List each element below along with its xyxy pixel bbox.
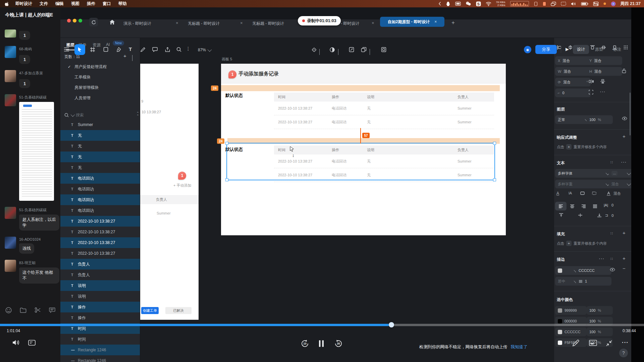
chevron-down-icon[interactable] (338, 49, 338, 55)
vertical-align-bottom-icon[interactable] (597, 213, 602, 217)
stroke-weight-field[interactable]: 1 (576, 277, 611, 286)
collapse-pages-icon[interactable] (132, 55, 132, 61)
recording-pill[interactable]: 录制中01:01:03 (298, 16, 341, 25)
avatar[interactable] (5, 94, 16, 106)
wechat-icon[interactable] (466, 1, 471, 6)
danmaku-toggle-icon[interactable] (28, 340, 36, 346)
emoji-icon[interactable] (5, 307, 12, 313)
layer-row[interactable]: — Rectangle 1246 (60, 345, 140, 355)
chevron-down-icon[interactable] (370, 49, 370, 55)
font-size-select[interactable]: 混合 (609, 180, 633, 188)
menu-app-name[interactable]: 即时设计 (15, 1, 32, 7)
y-position-field[interactable]: Y混合 (587, 56, 622, 65)
move-tool-button[interactable] (74, 44, 85, 55)
siri-icon[interactable] (611, 1, 616, 6)
qq-icon[interactable] (446, 1, 450, 6)
component-icon[interactable] (311, 47, 317, 53)
screen-mirroring-icon[interactable] (551, 2, 556, 6)
create-ticket-button[interactable]: 创建工单 (141, 307, 159, 314)
layer-row[interactable]: T 操作 (60, 312, 140, 323)
folder-icon[interactable] (20, 307, 26, 313)
exit-fullscreen-icon[interactable] (606, 340, 612, 347)
main-menu-icon[interactable] (64, 47, 69, 52)
text-tool-button[interactable]: T (129, 46, 132, 52)
rewind-10-button[interactable]: 10 (301, 339, 309, 348)
plus-icon[interactable]: + (566, 241, 572, 246)
tab-close-4[interactable]: × (372, 20, 374, 25)
tab-label-1[interactable]: 演示 - 即时设计 (123, 21, 151, 26)
layer-row[interactable]: T 无 (60, 152, 140, 162)
avatar[interactable] (5, 260, 16, 272)
window-close-button[interactable] (67, 19, 71, 22)
layer-row[interactable]: T 2022-10-10 13:38:27 (60, 227, 140, 237)
letter-spacing-icon[interactable]: ǀA (569, 191, 572, 195)
instance-icon[interactable] (361, 47, 367, 52)
text-box-alt-icon[interactable] (592, 191, 596, 195)
tab-close-2[interactable]: × (240, 20, 243, 25)
vertical-align-top-icon[interactable] (559, 213, 564, 217)
page-row[interactable]: ✓ 房屋管理模块 (60, 82, 140, 93)
layers-search[interactable]: 搜索 ⌃⌃ (60, 110, 140, 120)
layer-row[interactable]: T 2022-10-10 13:38:27 (60, 237, 140, 248)
annotate-pencil-icon[interactable] (572, 339, 580, 347)
annotation-number-badge[interactable]: 1 (228, 70, 236, 78)
rotation-field[interactable]: ⟳混合° (555, 78, 591, 86)
stroke-more-icon[interactable]: ··· (599, 257, 605, 261)
tab-label-2[interactable]: 无标题 - 即时设计 (188, 21, 220, 26)
refresh-button[interactable] (89, 18, 98, 26)
stroke-hex-field[interactable]: CCCCCC (576, 266, 611, 275)
color-hex-field[interactable]: F5F5F5 (555, 338, 587, 347)
menu-window[interactable]: 窗口 (103, 1, 111, 7)
color-opacity-field[interactable]: 100 % (587, 327, 613, 336)
layer-row[interactable]: T 负责人 (60, 269, 140, 280)
avatar[interactable] (5, 207, 16, 219)
layer-row[interactable]: T 电话回访 (60, 205, 140, 216)
independent-corners-icon[interactable] (589, 90, 593, 95)
layer-row[interactable]: T 说明 (60, 291, 140, 302)
stroke-visibility-eye-icon[interactable] (610, 268, 615, 272)
layer-row[interactable]: T 无 (60, 130, 140, 141)
home-icon[interactable] (109, 19, 115, 25)
layer-row[interactable]: T 电话回访 (60, 173, 140, 184)
mode-tab-prototype[interactable]: 原型 (591, 45, 607, 54)
display-icon[interactable] (455, 2, 461, 6)
s-app-icon[interactable]: S (476, 1, 481, 6)
lock-ratio-icon[interactable] (622, 68, 626, 73)
collapse-all-icon[interactable]: ⌃⌃ (137, 112, 139, 117)
window-minimize-button[interactable] (73, 19, 76, 22)
color-opacity-field[interactable]: 100 % (587, 306, 613, 315)
font-weight-select[interactable]: 多种字重 (555, 180, 611, 188)
apple-logo-icon[interactable] (5, 1, 9, 6)
tab-active[interactable]: 自如2期原型 - 即时设计 × (380, 17, 444, 27)
player-more-icon[interactable]: ··· (622, 339, 629, 346)
stroke-styles-icon[interactable]: ∷ (610, 257, 613, 261)
text-styles-icon[interactable]: ∷ (610, 160, 613, 165)
layer-row[interactable]: T 电话回访 (60, 184, 140, 194)
flip-horizontal-icon[interactable] (589, 79, 594, 84)
share-button[interactable]: 分享 (535, 45, 557, 54)
layer-row[interactable]: T 无 (60, 162, 140, 173)
layer-row[interactable]: T 2022-10-10 13:38:27 (60, 216, 140, 227)
mode-tab-design[interactable]: 设计 (573, 45, 589, 54)
scissors-icon[interactable] (35, 307, 41, 313)
pencil-tool-button[interactable] (140, 47, 146, 52)
layer-row[interactable]: T 电话回访 (60, 194, 140, 205)
artboard-label[interactable]: 画板 5 (222, 57, 232, 62)
menu-help[interactable]: 帮助 (118, 1, 127, 7)
color-hex-field[interactable]: CCCCCC (555, 327, 587, 336)
volume-menubar-icon[interactable] (571, 2, 576, 6)
more-options-icon[interactable]: ··· (600, 90, 606, 94)
chat-history-icon[interactable] (49, 307, 55, 313)
tab-close-1[interactable]: × (176, 20, 178, 25)
chat-image-attachment[interactable] (19, 102, 54, 201)
vertical-align-middle-icon[interactable] (578, 213, 583, 217)
text-align-justify-button[interactable] (589, 202, 601, 210)
layer-row[interactable]: T 说明 (60, 280, 140, 291)
subtitle-box-icon[interactable] (589, 340, 597, 346)
zoom-level-control[interactable]: 87% (198, 48, 211, 52)
chevron-down-icon[interactable] (319, 49, 320, 55)
menu-view[interactable]: 视图 (71, 1, 79, 7)
avatar[interactable] (5, 237, 16, 249)
artboard-5[interactable]: 1 手动添加服务记录 24 默认状态 时间操作说明负责人 2022-10-10 … (221, 64, 506, 235)
window-zoom-button[interactable] (78, 19, 82, 22)
